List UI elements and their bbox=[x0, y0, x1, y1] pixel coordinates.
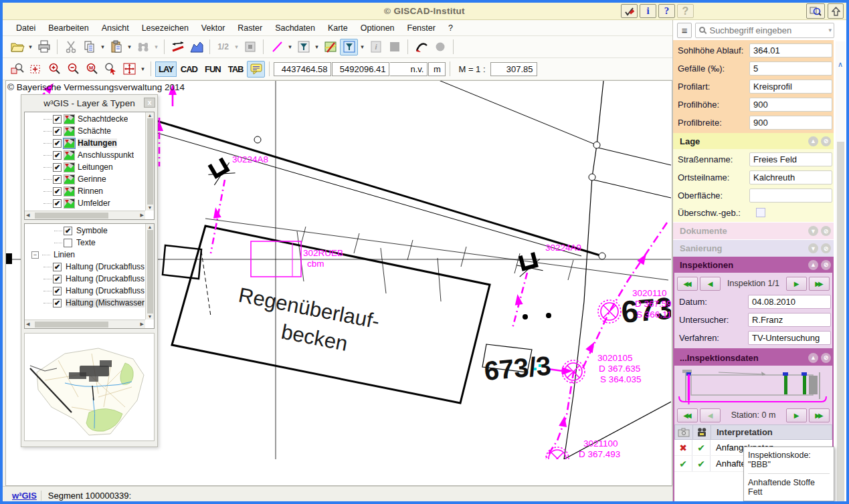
disable-icon[interactable]: ⊘ bbox=[821, 136, 831, 146]
type-item[interactable]: Texte bbox=[25, 237, 145, 249]
last-inspection-button[interactable]: ▶▶ bbox=[809, 277, 830, 291]
layer-item-selected[interactable]: ✔Haltungen bbox=[25, 137, 145, 149]
first-inspection-button[interactable]: ◀◀ bbox=[677, 277, 698, 291]
search-box[interactable]: ▾ bbox=[695, 23, 834, 38]
type-item[interactable]: ✔Symbole bbox=[25, 225, 145, 237]
mode-tab-button[interactable]: TAB bbox=[225, 61, 247, 77]
layer-panel-title[interactable]: w³GIS - Layer & Typen x bbox=[21, 95, 157, 112]
redline-tool-button[interactable] bbox=[621, 4, 638, 18]
layer-item[interactable]: ✔Schachtdecke bbox=[25, 113, 145, 125]
info-button[interactable]: i bbox=[640, 4, 656, 18]
layer-item[interactable]: ✔Rinnen bbox=[25, 185, 145, 197]
line-type-item[interactable]: ✔Haltung (Druckabfluss bbox=[25, 273, 145, 285]
collapse-icon[interactable]: ▲ bbox=[808, 353, 818, 363]
paste-dropdown[interactable]: ▾ bbox=[126, 43, 133, 50]
curve-tool-button[interactable] bbox=[412, 39, 430, 55]
menu-ansicht[interactable]: Ansicht bbox=[102, 23, 129, 33]
menu-vektor[interactable]: Vektor bbox=[201, 23, 225, 33]
datum-field[interactable] bbox=[748, 295, 831, 309]
expand-icon[interactable]: ▼ bbox=[808, 226, 818, 236]
menu-lesezeichen[interactable]: Lesezeichen bbox=[142, 23, 189, 33]
menu-karte[interactable]: Karte bbox=[328, 23, 348, 33]
line-type-item[interactable]: ✔Haltung (Mischwasser bbox=[25, 297, 145, 309]
zoom-previous-button[interactable] bbox=[8, 61, 26, 78]
section-inspektionen[interactable]: Inspektionen ▲ ⊘ bbox=[673, 257, 834, 273]
copy-button[interactable] bbox=[80, 39, 98, 55]
untersucher-field[interactable] bbox=[748, 313, 831, 327]
help-button[interactable]: ? bbox=[658, 4, 675, 18]
pipe-schematic[interactable] bbox=[674, 367, 832, 406]
checkbox-checked[interactable]: ✔ bbox=[53, 163, 62, 172]
disable-icon[interactable]: ⊘ bbox=[821, 260, 831, 270]
collapse-icon[interactable]: − bbox=[31, 251, 39, 259]
checkbox-checked[interactable]: ✔ bbox=[53, 299, 62, 307]
checkbox-checked[interactable]: ✔ bbox=[64, 227, 72, 235]
filter-active-dropdown[interactable]: ▾ bbox=[359, 43, 366, 50]
upload-button[interactable] bbox=[828, 3, 844, 19]
scroll-chevron-icon[interactable]: ∧ bbox=[836, 60, 845, 69]
map-edit-button[interactable] bbox=[321, 39, 339, 55]
video-column-icon[interactable] bbox=[693, 425, 711, 439]
checkbox-checked[interactable]: ✔ bbox=[53, 275, 62, 283]
draw-line-button[interactable] bbox=[268, 39, 286, 55]
search-layers-button[interactable] bbox=[806, 3, 825, 19]
horizontal-scrollbar[interactable]: ◀▶ bbox=[25, 211, 145, 219]
checkbox-checked[interactable]: ✔ bbox=[53, 151, 62, 160]
section-inspektionsdaten[interactable]: ...Inspektionsdaten ▲ ⊘ bbox=[673, 350, 834, 366]
layer-item[interactable]: ✔Anschlusspunkt bbox=[25, 149, 145, 161]
previous-station-button[interactable]: ◀ bbox=[700, 408, 721, 422]
filter-dropdown[interactable]: ▾ bbox=[313, 43, 320, 50]
profilart-field[interactable] bbox=[749, 80, 832, 94]
statusbar-brand-link[interactable]: w³GIS bbox=[8, 491, 41, 501]
search-input[interactable] bbox=[708, 25, 828, 36]
line-type-item[interactable]: ✔Haltung (Druckabfluss bbox=[25, 285, 145, 297]
expand-icon[interactable]: ▼ bbox=[808, 243, 818, 253]
panel-menu-button[interactable]: ≡ bbox=[677, 23, 692, 38]
ortsteilname-field[interactable] bbox=[749, 170, 832, 184]
search-dropdown-icon[interactable]: ▾ bbox=[828, 27, 832, 33]
section-lage[interactable]: Lage ▲ ⊘ bbox=[673, 133, 834, 149]
mode-lay-button[interactable]: LAY bbox=[155, 61, 177, 77]
filter-active-button[interactable] bbox=[340, 39, 358, 55]
section-dokumente[interactable]: Dokumente ▼ ⊘ bbox=[673, 223, 834, 239]
checkbox-checked[interactable]: ✔ bbox=[53, 115, 62, 124]
menu-optionen[interactable]: Optionen bbox=[361, 23, 395, 33]
map-view[interactable]: © Bayerische Vermessungsverwaltung 2014 … bbox=[5, 80, 672, 486]
disable-icon[interactable]: ⊘ bbox=[821, 226, 831, 236]
mode-fun-button[interactable]: FUN bbox=[201, 61, 224, 77]
gefaelle-field[interactable] bbox=[749, 61, 832, 76]
disable-icon[interactable]: ⊘ bbox=[821, 243, 831, 253]
tooltip-toggle-button[interactable] bbox=[247, 61, 265, 78]
menu-bearbeiten[interactable]: Bearbeiten bbox=[48, 23, 88, 33]
checkbox-checked[interactable]: ✔ bbox=[53, 263, 62, 271]
first-station-button[interactable]: ◀◀ bbox=[677, 408, 698, 422]
verfahren-field[interactable] bbox=[748, 331, 831, 345]
checkbox-checked[interactable]: ✔ bbox=[53, 139, 62, 148]
circle-tool-button[interactable] bbox=[431, 39, 449, 55]
checkbox-checked[interactable]: ✔ bbox=[53, 187, 62, 196]
context-help-button[interactable]: ? bbox=[677, 4, 694, 18]
previous-inspection-button[interactable]: ◀ bbox=[700, 277, 721, 291]
line-type-item[interactable]: ✔Haltung (Druckabfluss bbox=[25, 261, 145, 273]
scrollbar-thumb[interactable] bbox=[837, 142, 844, 502]
photo-column-icon[interactable] bbox=[675, 425, 693, 439]
layer-item[interactable]: ✔Gerinne bbox=[25, 173, 145, 185]
collapse-icon[interactable]: ▲ bbox=[808, 136, 818, 146]
cut-button[interactable] bbox=[62, 39, 80, 55]
panel-scrollbar[interactable]: ∧ bbox=[836, 41, 845, 502]
pan-dropdown[interactable]: ▾ bbox=[139, 66, 147, 72]
checkbox-checked[interactable]: ✔ bbox=[53, 199, 62, 208]
layer-item[interactable]: ✔Umfelder bbox=[25, 197, 145, 209]
close-icon[interactable]: x bbox=[144, 98, 155, 108]
vertical-scrollbar[interactable]: ▲▼ bbox=[145, 224, 154, 320]
find-button[interactable] bbox=[134, 39, 152, 55]
extent-button[interactable] bbox=[241, 39, 259, 55]
strassenname-field[interactable] bbox=[749, 152, 832, 166]
horizontal-scrollbar[interactable]: ◀▶ bbox=[25, 320, 145, 328]
layer-item[interactable]: ✔Leitungen bbox=[25, 161, 145, 173]
manhole-symbol[interactable] bbox=[598, 300, 621, 323]
measure-button[interactable] bbox=[169, 39, 187, 55]
area-button[interactable] bbox=[187, 39, 205, 55]
filter-button[interactable] bbox=[294, 39, 312, 55]
zoom-select-button[interactable] bbox=[102, 61, 120, 78]
